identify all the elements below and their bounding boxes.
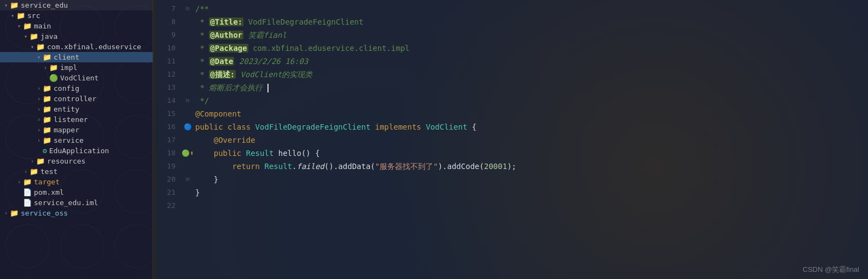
line-number: 18 <box>156 147 182 160</box>
line-text: @Component <box>193 107 868 120</box>
item-label: service <box>54 136 84 144</box>
sidebar-item-pom[interactable]: 📄pom.xml <box>0 187 153 197</box>
sidebar-item-mapper[interactable]: ›📁mapper <box>0 125 153 135</box>
code-line-14: 14⊟ */ <box>156 94 868 107</box>
iml-icon: 📄 <box>23 199 32 207</box>
folder-closed-icon: 📁 <box>10 209 19 217</box>
folder-arrow: ▾ <box>22 33 30 39</box>
folder-closed-icon: 📁 <box>43 115 51 124</box>
line-number: 22 <box>156 199 182 212</box>
line-gutter[interactable]: ⊟ <box>182 173 193 186</box>
folder-arrow: › <box>35 85 43 91</box>
folder-open-icon: 📁 <box>36 43 45 51</box>
folder-closed-icon: 📁 <box>43 105 51 113</box>
line-text: } <box>193 173 868 186</box>
folder-closed-icon: 📁 <box>43 95 51 103</box>
code-line-9: 9 * @Author 笑霸fianl <box>156 28 868 42</box>
sidebar-item-java[interactable]: ▾📁java <box>0 31 153 42</box>
run-icon[interactable]: 🟢 <box>182 147 190 160</box>
item-label: entity <box>54 105 79 113</box>
line-gutter[interactable]: ⊟ <box>182 2 193 15</box>
sidebar-item-src[interactable]: ▾📁src <box>0 10 153 21</box>
line-gutter[interactable]: 🔵 <box>182 120 193 133</box>
sidebar-item-client[interactable]: ▾📁client <box>0 52 153 62</box>
sidebar-item-config[interactable]: ›📁config <box>0 83 153 94</box>
item-label: config <box>54 84 79 92</box>
code-line-13: 13 * 熔断后才会执行 <box>156 81 868 94</box>
item-label: java <box>40 32 57 40</box>
item-label: service_edu <box>21 1 68 9</box>
folder-open-icon: 📁 <box>30 32 38 40</box>
folder-closed-icon: 📁 <box>43 126 51 134</box>
code-line-16: 16🔵public class VodFileDegradeFeignClien… <box>156 120 868 133</box>
folder-target-icon: 📁 <box>23 178 32 186</box>
code-editor: 7⊟/**8 * @Title: VodFileDegradeFeignClie… <box>156 0 868 279</box>
line-number: 11 <box>156 55 182 68</box>
fold-icon[interactable]: ⊟ <box>186 2 189 15</box>
item-label: pom.xml <box>34 188 64 196</box>
sidebar-item-main[interactable]: ▾📁main <box>0 21 153 31</box>
sidebar-item-service-edu-iml[interactable]: 📄service_edu.iml <box>0 197 153 208</box>
sidebar-item-com-xbfinal-eduservice[interactable]: ▾📁com.xbfinal.eduservice <box>0 42 153 52</box>
impl-icon[interactable]: 🔵 <box>184 120 192 133</box>
sidebar-item-entity[interactable]: ›📁entity <box>0 104 153 114</box>
line-text: public Result hello() { <box>193 147 868 160</box>
code-line-20: 20⊟ } <box>156 173 868 186</box>
item-label: com.xbfinal.eduservice <box>47 43 141 51</box>
folder-closed-icon: 📁 <box>36 157 45 165</box>
item-label: test <box>40 167 57 176</box>
sidebar-item-resources[interactable]: ›📁resources <box>0 156 153 166</box>
code-line-10: 10 * @Package com.xbfinal.eduservice.cli… <box>156 42 868 55</box>
code-line-19: 19 return Result.failed().addData("服务器找不… <box>156 160 868 173</box>
folder-arrow: › <box>35 106 43 112</box>
code-line-15: 15@Component <box>156 107 868 120</box>
line-text: * @Title: VodFileDegradeFeignClient <box>193 15 868 28</box>
line-gutter[interactable]: ⊟ <box>182 94 193 107</box>
line-gutter[interactable]: 🟢⬆ <box>182 147 193 160</box>
item-label: EduApplication <box>49 147 109 155</box>
item-label: client <box>54 53 79 61</box>
line-number: 20 <box>156 173 182 186</box>
folder-arrow: ▾ <box>9 13 16 19</box>
line-number: 12 <box>156 68 182 81</box>
line-number: 10 <box>156 42 182 55</box>
code-line-12: 12 * @描述: VodClient的实现类 <box>156 68 868 81</box>
fold-icon[interactable]: ⊟ <box>186 94 189 107</box>
sidebar-item-impl[interactable]: ›📁impl <box>0 62 153 73</box>
sidebar-item-service-edu[interactable]: ▾📁service_edu <box>0 0 153 10</box>
folder-open-icon: 📁 <box>16 11 25 20</box>
item-label: resources <box>47 157 85 165</box>
fold-icon[interactable]: ⊟ <box>186 173 189 186</box>
item-label: target <box>34 178 60 186</box>
item-label: VodClient <box>60 74 98 82</box>
sidebar-item-target[interactable]: ›📁target <box>0 177 153 187</box>
line-number: 9 <box>156 28 182 42</box>
folder-arrow: ▾ <box>35 54 43 60</box>
line-number: 21 <box>156 186 182 199</box>
line-text: * @描述: VodClient的实现类 <box>193 68 868 81</box>
folder-arrow: › <box>35 96 43 102</box>
folder-open-icon: 📁 <box>43 53 51 61</box>
sidebar-item-listener[interactable]: ›📁listener <box>0 114 153 125</box>
code-line-18: 18🟢⬆ public Result hello() { <box>156 147 868 160</box>
sidebar-item-service[interactable]: ›📁service <box>0 135 153 146</box>
item-label: service_edu.iml <box>34 199 98 207</box>
line-text: } <box>193 186 868 199</box>
folder-open-icon: 📁 <box>23 22 32 30</box>
item-label: mapper <box>54 126 79 134</box>
item-label: listener <box>54 115 88 124</box>
folder-closed-icon: 📁 <box>43 136 51 144</box>
item-label: src <box>27 11 40 20</box>
folder-arrow: ▾ <box>28 44 36 50</box>
sidebar-item-controller[interactable]: ›📁controller <box>0 94 153 104</box>
sidebar-item-service-oss[interactable]: ›📁service_oss <box>0 208 153 218</box>
code-line-17: 17 @Override <box>156 133 868 147</box>
line-text: * 熔断后才会执行 <box>193 81 868 94</box>
sidebar-item-VodClient[interactable]: 🟢VodClient <box>0 73 153 83</box>
sidebar-item-EduApplication[interactable]: ⚙️EduApplication <box>0 146 153 156</box>
sidebar-item-test[interactable]: ›📁test <box>0 166 153 177</box>
folder-arrow: ▾ <box>15 23 23 29</box>
code-line-11: 11 * @Date 2023/2/26 16:03 <box>156 55 868 68</box>
line-number: 7 <box>156 2 182 15</box>
item-label: impl <box>60 63 77 72</box>
